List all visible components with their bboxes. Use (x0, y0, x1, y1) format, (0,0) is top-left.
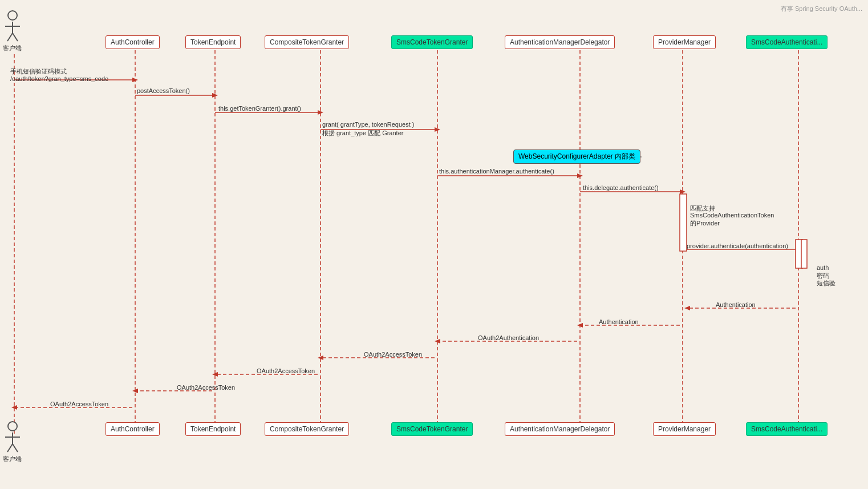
msg-oauth2-auth: OAuth2Authentication (478, 334, 539, 341)
participant-label-b: SmsCodeAuthenticati... (751, 425, 822, 433)
msg-provider-auth: provider.authenticate(authentication) (687, 243, 788, 249)
msg-grant-type2: 根据 grant_type 匹配 Granter (322, 129, 403, 138)
actor-head-top (7, 10, 18, 21)
actor-client-top: 客户端 (3, 10, 22, 52)
svg-marker-31 (435, 339, 440, 343)
svg-line-45 (7, 33, 13, 41)
msg-post-access-token: postAccessToken() (137, 87, 190, 94)
participant-provider-manager: ProviderManager (653, 35, 716, 49)
svg-marker-11 (212, 93, 218, 98)
actor-client-bottom: 客户端 (3, 421, 22, 463)
svg-marker-23 (796, 247, 801, 252)
participant-label-b: AuthController (111, 425, 155, 433)
msg-auth-manager: this.authenticationManager.authenticate(… (439, 168, 554, 175)
participant-sms-code-auth-top: SmsCodeAuthenticati... (746, 35, 828, 49)
participant-token-endpoint: TokenEndpoint (185, 35, 241, 49)
diagram-container: 有事 Spring Security OAuth... (0, 0, 868, 489)
participant-provider-bottom: ProviderManager (653, 422, 716, 436)
note-match-provider3: 的Provider (690, 219, 720, 228)
participant-label-b: SmsCodeTokenGranter (396, 425, 468, 433)
participant-label: CompositeTokenGranter (270, 38, 344, 46)
actor-label-top: 客户端 (3, 44, 22, 52)
actor-body-bottom (4, 433, 21, 452)
svg-marker-29 (577, 323, 583, 328)
svg-marker-35 (212, 372, 218, 377)
svg-marker-20 (680, 189, 686, 194)
msg-auth-return2: Authentication (599, 318, 639, 325)
participant-auth-manager-bottom: AuthenticationManagerDelegator (505, 422, 615, 436)
participant-label-b: ProviderManager (658, 425, 711, 433)
note-auth-verify3: 短信验 (817, 279, 835, 288)
svg-rect-21 (680, 194, 687, 251)
participant-auth-controller: AuthController (106, 35, 160, 49)
svg-marker-27 (684, 306, 690, 310)
participant-sms-auth-bottom: SmsCodeAuthenticati... (746, 422, 828, 436)
participant-label-b: TokenEndpoint (190, 425, 236, 433)
participant-label: ProviderManager (658, 38, 711, 46)
svg-line-49 (7, 444, 13, 452)
participant-sms-code-token-granter: SmsCodeTokenGranter (391, 35, 473, 49)
participant-label-b: AuthenticationManagerDelegator (510, 425, 610, 433)
msg-get-token-granter: this.getTokenGranter().grant() (218, 105, 301, 112)
participant-auth-manager-delegator: AuthenticationManagerDelegator (505, 35, 615, 49)
svg-marker-33 (318, 355, 323, 360)
tooltip-label: WebSecurityConfigurerAdapter 内部类 (518, 152, 635, 160)
msg-delegate-auth: this.delegate.authenticate() (583, 184, 659, 191)
participant-label: SmsCodeTokenGranter (396, 38, 468, 46)
svg-line-46 (13, 33, 18, 41)
svg-marker-15 (435, 127, 440, 132)
participant-sms-code-bottom: SmsCodeTokenGranter (391, 422, 473, 436)
svg-marker-18 (577, 173, 583, 178)
msg-oauth2-token2: OAuth2AccessToken (257, 367, 315, 374)
actor-label-bottom: 客户端 (3, 455, 22, 463)
participant-composite-token-granter: CompositeTokenGranter (265, 35, 349, 49)
participant-label: SmsCodeAuthenticati... (751, 38, 822, 46)
svg-marker-13 (318, 110, 323, 115)
tooltip-web-security: WebSecurityConfigurerAdapter 内部类 (513, 149, 640, 164)
svg-rect-24 (796, 240, 802, 268)
actor-head-bottom (7, 421, 18, 431)
participant-label: TokenEndpoint (190, 38, 236, 46)
svg-line-50 (13, 444, 18, 452)
svg-marker-9 (132, 78, 138, 82)
svg-marker-39 (11, 405, 17, 410)
msg-oauth2-token3: OAuth2AccessToken (177, 384, 235, 391)
participant-label-b: CompositeTokenGranter (270, 425, 344, 433)
note-sms-mode: 手机短信验证码模式 (10, 67, 67, 76)
participant-composite-bottom: CompositeTokenGranter (265, 422, 349, 436)
participant-auth-controller-bottom: AuthController (106, 422, 160, 436)
note-auth-path: /oauth/token?gran_type=sms_code (10, 75, 108, 82)
svg-rect-25 (801, 240, 807, 268)
msg-oauth2-token1: OAuth2AccessToken (364, 351, 422, 358)
actor-body-top (4, 22, 21, 42)
msg-grant-type: grant( grantType, tokenRequest ) (322, 121, 414, 128)
svg-marker-37 (132, 389, 138, 393)
participant-label: AuthController (111, 38, 155, 46)
watermark: 有事 Spring Security OAuth... (781, 5, 862, 13)
note-auth-verify1: auth (817, 264, 829, 271)
msg-oauth2-token4: OAuth2AccessToken (50, 401, 108, 407)
note-match-provider2: SmsCodeAuthenticationToken (690, 212, 774, 219)
participant-token-endpoint-bottom: TokenEndpoint (185, 422, 241, 436)
participant-label: AuthenticationManagerDelegator (510, 38, 610, 46)
msg-auth-return1: Authentication (716, 301, 756, 308)
